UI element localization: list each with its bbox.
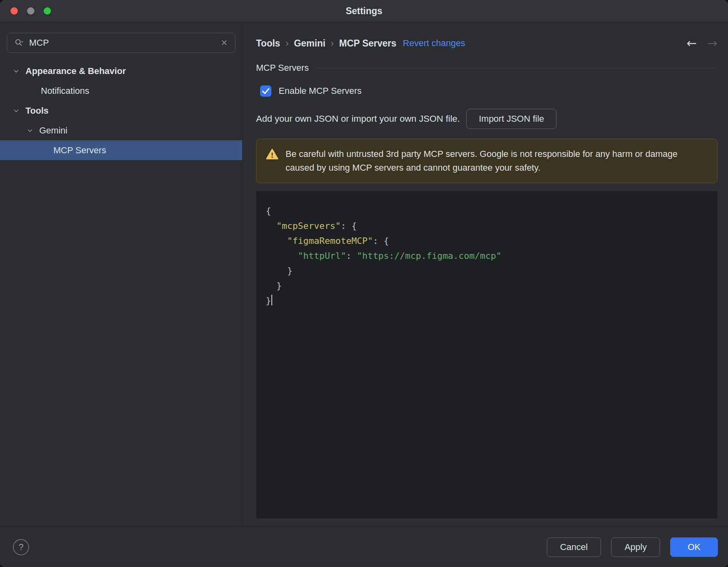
code-token: "figmaRemoteMCP" [287,236,373,246]
revert-changes-link[interactable]: Revert changes [403,38,465,49]
code-token: : [341,221,351,231]
sidebar-item-label: Appearance & Behavior [25,66,126,76]
header-row: Tools›Gemini›MCP Servers Revert changes … [256,37,717,50]
zoom-button[interactable] [44,7,51,15]
sidebar-item-label: Gemini [39,125,68,136]
code-line: } [266,263,708,278]
main-area: MCP ✕ Appearance & BehaviorNotifications… [0,22,728,527]
json-editor-content: { "mcpServers": { "figmaRemoteMCP": { "h… [256,191,717,320]
text-caret [271,295,272,305]
ok-button[interactable]: OK [670,537,718,557]
section-title: MCP Servers [256,63,309,73]
checkmark-icon [260,85,271,97]
search-input[interactable]: MCP ✕ [7,33,235,53]
breadcrumb-item[interactable]: MCP Servers [339,38,397,49]
code-token: { [351,221,357,231]
cancel-button[interactable]: Cancel [547,537,601,557]
apply-button[interactable]: Apply [611,537,660,557]
code-token: "https://mcp.figma.com/mcp" [357,251,502,261]
forward-button[interactable]: → [707,37,717,49]
section-divider [315,68,717,68]
sidebar-item-appearance-behavior[interactable]: Appearance & Behavior [0,61,242,81]
breadcrumb: Tools›Gemini›MCP Servers [256,38,396,49]
minimize-button[interactable] [27,7,34,15]
warning-icon [266,147,278,161]
sidebar-item-gemini[interactable]: Gemini [0,121,242,140]
code-token: } [266,266,292,276]
json-editor[interactable]: { "mcpServers": { "figmaRemoteMCP": { "h… [256,191,717,518]
enable-mcp-row: Enable MCP Servers [256,85,717,97]
code-token: : [346,251,357,261]
code-line: "mcpServers": { [266,218,708,233]
clear-search-icon[interactable]: ✕ [220,38,229,48]
code-line: "figmaRemoteMCP": { [266,233,708,248]
code-token [266,251,298,261]
breadcrumb-item[interactable]: Gemini [294,38,326,49]
enable-mcp-checkbox[interactable] [260,85,271,97]
history-nav: ← → [687,37,717,49]
code-line: } [266,278,708,293]
search-icon [14,38,24,48]
search-value: MCP [29,38,215,48]
sidebar-item-mcp-servers[interactable]: MCP Servers [0,140,242,160]
code-line: "httpUrl": "https://mcp.figma.com/mcp" [266,248,708,263]
code-token [266,236,287,246]
warning-banner: Be careful with untrusted 3rd party MCP … [256,139,717,183]
sidebar-item-tools[interactable]: Tools [0,101,242,121]
titlebar: Settings [0,0,728,22]
code-token: } [266,281,282,291]
breadcrumb-item[interactable]: Tools [256,38,280,49]
chevron-down-icon[interactable] [13,108,19,114]
code-token [266,221,277,231]
breadcrumb-separator: › [286,38,289,49]
settings-tree: Appearance & BehaviorNotificationsToolsG… [0,61,242,160]
code-token: { [383,236,389,246]
sidebar-item-label: Notifications [41,86,89,96]
import-row: Add your own JSON or import your own JSO… [256,109,717,129]
close-button[interactable] [11,7,18,15]
chevron-down-icon[interactable] [13,68,19,74]
code-line: } [266,293,708,308]
settings-sidebar: MCP ✕ Appearance & BehaviorNotifications… [0,22,243,527]
sidebar-item-label: MCP Servers [53,145,106,156]
code-token: } [266,296,271,306]
code-line: { [266,203,708,218]
warning-text: Be careful with untrusted 3rd party MCP … [286,147,707,175]
section-header: MCP Servers [256,63,717,73]
code-token: : [373,236,384,246]
help-button[interactable]: ? [13,539,29,555]
import-description: Add your own JSON or import your own JSO… [256,114,460,124]
settings-content: Tools›Gemini›MCP Servers Revert changes … [243,22,728,527]
sidebar-item-notifications[interactable]: Notifications [0,81,242,101]
code-token: { [266,206,271,216]
footer: ? CancelApplyOK [0,527,728,567]
window-title: Settings [346,6,383,17]
code-token: "mcpServers" [277,221,341,231]
code-token: "httpUrl" [298,251,346,261]
import-json-button[interactable]: Import JSON file [466,109,557,129]
chevron-down-icon[interactable] [27,127,33,134]
sidebar-item-label: Tools [25,106,49,116]
back-button[interactable]: ← [687,37,697,49]
settings-window: Settings MCP ✕ Appearance & BehaviorNoti… [0,0,728,567]
traffic-lights [11,0,51,22]
breadcrumb-separator: › [331,38,334,49]
footer-buttons: CancelApplyOK [547,537,718,557]
enable-mcp-label: Enable MCP Servers [279,86,362,96]
